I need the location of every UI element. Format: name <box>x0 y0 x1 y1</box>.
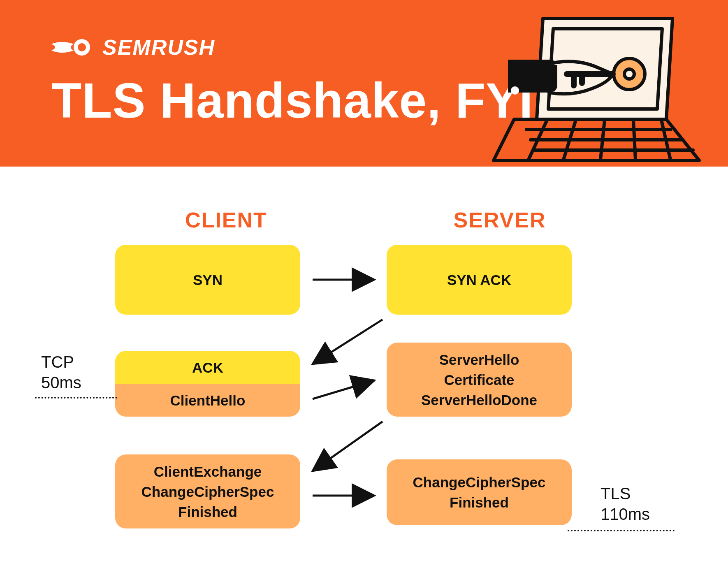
diagram-title: TLS Handshake, FYI <box>51 72 533 129</box>
box-server-synack: SYN ACK <box>387 245 572 315</box>
annotation-tls: TLS 110ms <box>600 483 662 524</box>
semrush-fireball-icon <box>51 36 93 59</box>
annotation-tls-label: TLS <box>600 483 662 504</box>
svg-point-1 <box>78 43 86 51</box>
box-server-finished: ChangeCipherSpec Finished <box>387 459 572 525</box>
svg-point-4 <box>624 69 634 79</box>
box-client-clienthello: ClientHello <box>115 384 300 417</box>
svg-line-7 <box>313 380 374 399</box>
column-header-server: SERVER <box>407 208 592 232</box>
divider-tcp <box>35 397 117 399</box>
divider-tls <box>568 530 675 531</box>
box-client-syn: SYN <box>115 245 300 315</box>
svg-line-8 <box>313 422 383 471</box>
box-client-ack: ACK <box>115 351 300 384</box>
diagram-body: CLIENT SERVER SYN SYN ACK ACK ClientHell… <box>0 167 728 584</box>
svg-line-6 <box>313 320 383 364</box>
column-header-client: CLIENT <box>134 208 319 232</box>
annotation-tcp: TCP 50ms <box>41 352 103 393</box>
svg-point-2 <box>511 86 519 95</box>
box-server-hello: ServerHello Certificate ServerHelloDone <box>387 343 572 417</box>
annotation-tcp-label: TCP <box>41 352 103 372</box>
brand-name: SEMRUSH <box>102 35 215 60</box>
annotation-tls-time: 110ms <box>600 504 662 524</box>
box-client-finished: ClientExchange ChangeCipherSpec Finished <box>115 454 300 528</box>
laptop-key-icon <box>489 12 703 165</box>
header: SEMRUSH TLS Handshake, FYI <box>0 0 728 167</box>
annotation-tcp-time: 50ms <box>41 372 103 393</box>
brand: SEMRUSH <box>51 35 215 60</box>
